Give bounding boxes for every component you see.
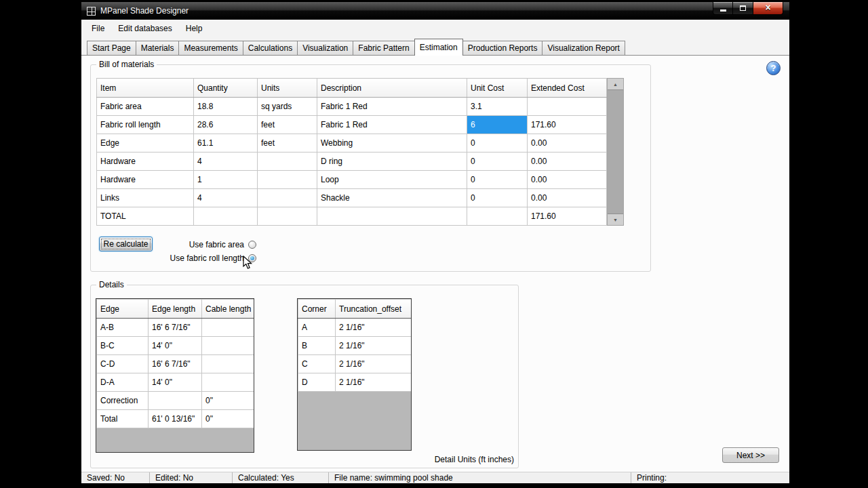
edge-header-row: EdgeEdge lengthCable length	[97, 300, 254, 319]
grid-cell[interactable]: sq yards	[258, 98, 317, 116]
grid-cell[interactable]	[258, 152, 317, 171]
grid-cell[interactable]: 0.00	[528, 171, 607, 189]
grid-cell[interactable]: Shackle	[317, 189, 467, 207]
grid-cell[interactable]: 171.60	[528, 207, 607, 226]
grid-cell[interactable]: Fabric 1 Red	[317, 98, 467, 116]
edge-table-container: EdgeEdge lengthCable length A-B16' 6 7/1…	[96, 298, 254, 453]
column-header: Truncation_offset	[336, 300, 412, 319]
vertical-scrollbar[interactable]: ▲ ▼	[607, 78, 624, 226]
next-button[interactable]: Next >>	[722, 447, 779, 463]
grid-cell[interactable]: 6	[467, 116, 528, 134]
edge-table: EdgeEdge lengthCable length A-B16' 6 7/1…	[96, 299, 254, 428]
grid-cell[interactable]: 4	[194, 189, 258, 207]
tab-visualization-report[interactable]: Visualization Report	[542, 41, 625, 55]
table-row: Edge61.1feetWebbing00.00	[97, 134, 607, 152]
grid-cell[interactable]: 171.60	[528, 116, 607, 134]
minimize-button[interactable]	[713, 2, 733, 15]
grid-cell: C	[298, 355, 336, 373]
status-bar: Saved: No Edited: No Calculated: Yes Fil…	[81, 472, 789, 483]
grid-cell[interactable]	[317, 207, 467, 226]
status-printing: Printing:	[631, 472, 789, 483]
grid-cell[interactable]: TOTAL	[97, 207, 194, 226]
grid-cell[interactable]: 1	[194, 171, 258, 189]
tab-production-reports[interactable]: Production Reports	[462, 41, 543, 55]
grid-cell[interactable]	[258, 189, 317, 207]
window-controls: ×	[713, 2, 783, 15]
grid-cell[interactable]: 0.00	[528, 134, 607, 152]
tab-measurements[interactable]: Measurements	[178, 41, 243, 55]
grid-cell: 16' 6 7/16"	[149, 319, 202, 337]
grid-cell	[149, 392, 202, 410]
help-button[interactable]: ?	[766, 61, 781, 75]
tab-start-page[interactable]: Start Page	[87, 41, 136, 55]
grid-cell[interactable]: Hardware	[97, 152, 194, 171]
grid-cell[interactable]: 28.6	[194, 116, 258, 134]
grid-cell[interactable]	[528, 98, 607, 116]
close-button[interactable]: ×	[753, 2, 783, 15]
grid-cell[interactable]: 18.8	[194, 98, 258, 116]
use-fabric-area-radio[interactable]	[248, 241, 256, 249]
table-row: Correction0"	[97, 392, 254, 410]
table-row: TOTAL171.60	[97, 207, 607, 226]
tab-calculations[interactable]: Calculations	[243, 41, 298, 55]
grid-cell[interactable]: Hardware	[97, 171, 194, 189]
grid-cell[interactable]: feet	[258, 134, 317, 152]
grid-cell[interactable]: Fabric 1 Red	[317, 116, 467, 134]
tab-estimation[interactable]: Estimation	[414, 39, 463, 56]
table-row: A2 1/16"	[298, 319, 412, 337]
grid-cell[interactable]: 0.00	[528, 152, 607, 171]
table-row: Hardware1Loop00.00	[97, 171, 607, 189]
column-header: Extended Cost	[528, 79, 607, 98]
scroll-down-icon[interactable]: ▼	[608, 214, 623, 225]
scroll-up-icon[interactable]: ▲	[608, 79, 623, 89]
table-row: C2 1/16"	[298, 355, 412, 373]
grid-cell[interactable]: Links	[97, 189, 194, 207]
menu-file[interactable]: File	[85, 20, 111, 37]
grid-cell[interactable]: 4	[194, 152, 258, 171]
grid-cell[interactable]: Fabric roll length	[97, 116, 194, 134]
tab-visualization[interactable]: Visualization	[297, 41, 353, 55]
grid-cell[interactable]	[467, 207, 528, 226]
details-group: Details EdgeEdge lengthCable length A-B1…	[90, 285, 519, 468]
tab-strip: Start PageMaterialsMeasurementsCalculati…	[81, 37, 789, 55]
grid-cell: Total	[97, 410, 149, 428]
grid-cell[interactable]	[194, 207, 258, 226]
grid-cell[interactable]: 0	[467, 134, 528, 152]
grid-cell: 2 1/16"	[336, 355, 412, 373]
grid-cell: B	[298, 337, 336, 355]
title-bar[interactable]: MPanel Shade Designer ×	[81, 2, 789, 20]
grid-cell[interactable]: Loop	[317, 171, 467, 189]
grid-cell[interactable]: 0.00	[528, 189, 607, 207]
table-row: Fabric area18.8sq yardsFabric 1 Red3.1	[97, 98, 607, 116]
estimation-page: Bill of materials ItemQuantityUnitsDescr…	[81, 55, 789, 472]
grid-cell[interactable]	[258, 171, 317, 189]
grid-cell[interactable]: feet	[258, 116, 317, 134]
grid-cell[interactable]: 3.1	[467, 98, 528, 116]
menu-edit-databases[interactable]: Edit databases	[111, 20, 178, 37]
detail-units-label: Detail Units (ft inches)	[435, 455, 514, 464]
grid-cell[interactable]	[258, 207, 317, 226]
grid-cell: 2 1/16"	[336, 319, 412, 337]
bill-of-materials-group: Bill of materials ItemQuantityUnitsDescr…	[90, 64, 651, 272]
scrollbar-thumb[interactable]	[608, 89, 623, 214]
table-row: A-B16' 6 7/16"	[97, 319, 254, 337]
grid-cell[interactable]: 0	[467, 189, 528, 207]
tab-fabric-pattern[interactable]: Fabric Pattern	[353, 41, 414, 55]
maximize-button[interactable]	[733, 2, 753, 15]
use-fabric-roll-length-option[interactable]: Use fabric roll length	[156, 251, 256, 265]
grid-cell[interactable]: 61.1	[194, 134, 258, 152]
table-row: B2 1/16"	[298, 337, 412, 355]
use-fabric-area-option[interactable]: Use fabric area	[156, 238, 256, 251]
grid-cell[interactable]: 0	[467, 171, 528, 189]
tab-materials[interactable]: Materials	[136, 41, 180, 55]
corner-header-row: CornerTruncation_offset	[298, 300, 412, 319]
table-row: D2 1/16"	[298, 373, 412, 392]
recalculate-button[interactable]: Re calculate	[99, 237, 153, 251]
app-window: MPanel Shade Designer × FileEdit databas…	[81, 2, 789, 483]
grid-cell[interactable]: Fabric area	[97, 98, 194, 116]
grid-cell[interactable]: 0	[467, 152, 528, 171]
grid-cell[interactable]: Edge	[97, 134, 194, 152]
grid-cell[interactable]: D ring	[317, 152, 467, 171]
menu-help[interactable]: Help	[179, 20, 210, 37]
grid-cell[interactable]: Webbing	[317, 134, 467, 152]
